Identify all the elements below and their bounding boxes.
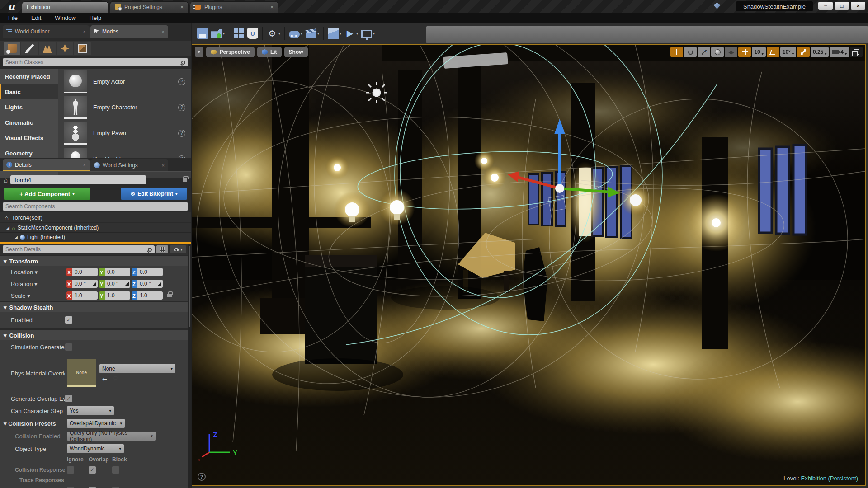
details-scrollbar[interactable] bbox=[188, 244, 191, 488]
grid-snap-button[interactable] bbox=[738, 47, 751, 57]
enabled-checkbox[interactable]: ✓ bbox=[65, 316, 72, 324]
move-tool-button[interactable] bbox=[670, 47, 683, 57]
viewport-options-button[interactable]: ▾ bbox=[195, 47, 203, 57]
place-item-empty-actor[interactable]: Empty Actor ? bbox=[58, 69, 191, 94]
phys-material-thumbnail[interactable]: None bbox=[67, 359, 96, 387]
asset-tab-exhibition[interactable]: Exhibition bbox=[22, 1, 108, 13]
tab-world-outliner[interactable]: World Outliner × bbox=[3, 25, 90, 38]
location-y-field[interactable]: 0.0 bbox=[105, 268, 130, 276]
view-options-button[interactable]: ▾ bbox=[170, 245, 186, 253]
menu-edit[interactable]: Edit bbox=[31, 14, 41, 21]
grid-snap-value-button[interactable]: 10▾ bbox=[752, 47, 765, 57]
level-viewport[interactable]: Z Y x ▾ Perspective Lit Show bbox=[192, 44, 866, 486]
responses-ignore-checkbox[interactable]: ✓ bbox=[67, 466, 74, 474]
actor-name-field[interactable]: Torch4 bbox=[10, 175, 146, 184]
tab-close-icon[interactable]: × bbox=[270, 4, 274, 10]
add-component-button[interactable]: + Add Component ▾ bbox=[4, 188, 90, 200]
scale-z-field[interactable]: 1.0 bbox=[137, 291, 163, 300]
build-button[interactable]: ▾ bbox=[327, 27, 342, 40]
category-visual-effects[interactable]: Visual Effects bbox=[0, 130, 58, 145]
tab-close-icon[interactable]: × bbox=[180, 4, 184, 10]
maximize-viewport-button[interactable] bbox=[850, 47, 863, 57]
category-basic[interactable]: Basic bbox=[0, 84, 58, 99]
close-button[interactable]: × bbox=[851, 2, 865, 10]
transform-header[interactable]: ▾ Transform bbox=[0, 256, 191, 266]
menu-help[interactable]: Help bbox=[90, 14, 102, 21]
asset-tab-project-settings[interactable]: Project Settings × bbox=[110, 1, 189, 13]
collision-presets-dropdown[interactable]: OverlapAllDynamic ▾ bbox=[67, 419, 125, 428]
camera-speed-button[interactable]: 4▾ bbox=[830, 47, 849, 57]
tab-world-settings[interactable]: World Settings × bbox=[90, 159, 168, 171]
expander-icon[interactable]: ◢ bbox=[14, 235, 18, 239]
place-item-empty-character[interactable]: Empty Character ? bbox=[58, 94, 191, 120]
tab-close-icon[interactable]: × bbox=[162, 29, 165, 34]
launch-button[interactable]: ▾ bbox=[360, 28, 376, 39]
responses-overlap-checkbox[interactable]: ✓ bbox=[89, 466, 96, 474]
tab-close-icon[interactable]: × bbox=[162, 163, 165, 168]
blueprints-button[interactable]: ▾ bbox=[288, 28, 303, 39]
tab-close-icon[interactable]: × bbox=[83, 162, 86, 168]
rotation-z-field[interactable]: 0.0 ° bbox=[137, 280, 163, 288]
rotation-snap-value-button[interactable]: 10°▾ bbox=[780, 47, 796, 57]
tab-details[interactable]: i Details × bbox=[3, 159, 90, 171]
property-matrix-button[interactable] bbox=[156, 245, 168, 253]
scale-snap-value-button[interactable]: 0.25▾ bbox=[811, 47, 829, 57]
help-icon[interactable]: ? bbox=[178, 130, 185, 137]
marketplace-button[interactable]: U bbox=[246, 27, 259, 40]
tab-close-icon[interactable]: × bbox=[83, 29, 86, 34]
rotation-x-field[interactable]: 0.0 ° bbox=[72, 280, 98, 288]
tree-row-light[interactable]: ◢ Light (Inherited) bbox=[0, 233, 191, 242]
menu-window[interactable]: Window bbox=[55, 14, 75, 21]
help-icon[interactable]: ? bbox=[178, 78, 185, 85]
location-z-field[interactable]: 0.0 bbox=[137, 268, 163, 276]
scale-x-field[interactable]: 1.0 bbox=[72, 291, 98, 300]
mode-foliage-button[interactable] bbox=[57, 42, 73, 55]
object-type-dropdown[interactable]: WorldDynamic ▾ bbox=[67, 444, 124, 453]
scale-snap-button[interactable] bbox=[797, 47, 810, 57]
view-mode-button[interactable]: Lit bbox=[257, 47, 282, 57]
edit-blueprint-button[interactable]: ⚙ Edit Blueprint ▾ bbox=[121, 188, 187, 200]
category-lights[interactable]: Lights bbox=[0, 99, 58, 115]
menu-file[interactable]: File bbox=[8, 14, 18, 21]
simulation-generates-hits-checkbox[interactable]: ✓ bbox=[65, 343, 72, 351]
mode-landscape-button[interactable] bbox=[39, 42, 56, 55]
collision-enabled-dropdown[interactable]: Query Only (No Physics Collision) ▾ bbox=[67, 432, 156, 441]
search-details-input[interactable]: Search Details bbox=[3, 245, 155, 253]
level-indicator[interactable]: Level: Exhibition (Persistent) bbox=[783, 475, 858, 482]
tab-modes[interactable]: Modes × bbox=[90, 25, 168, 38]
cinematics-button[interactable]: ▾ bbox=[305, 28, 320, 39]
collision-header[interactable]: ▾ Collision bbox=[0, 330, 191, 340]
category-recently-placed[interactable]: Recently Placed bbox=[0, 69, 58, 84]
rotation-y-field[interactable]: 0.0 ° bbox=[105, 280, 130, 288]
lock-icon[interactable] bbox=[183, 178, 187, 182]
mode-place-button[interactable] bbox=[4, 42, 20, 55]
search-components-input[interactable]: Search Components bbox=[3, 202, 188, 211]
settings-button[interactable]: ⚙▾ bbox=[266, 27, 281, 40]
maximize-button[interactable]: □ bbox=[835, 2, 849, 10]
generate-overlap-events-checkbox[interactable]: ✓ bbox=[65, 395, 72, 402]
rotate-tool-button[interactable] bbox=[684, 47, 697, 57]
can-character-step-up-dropdown[interactable]: Yes ▾ bbox=[67, 406, 114, 415]
viewport-help-button[interactable]: ? bbox=[198, 473, 206, 481]
search-classes-input[interactable]: Search Classes bbox=[3, 58, 188, 66]
rotation-snap-button[interactable] bbox=[767, 47, 779, 57]
help-icon[interactable]: ? bbox=[178, 104, 185, 111]
asset-tab-plugins[interactable]: Plugins × bbox=[190, 1, 278, 13]
scale-lock-icon[interactable] bbox=[167, 294, 172, 297]
source-control-button[interactable]: ▾ bbox=[210, 27, 226, 40]
shadow-stealth-header[interactable]: ▾ Shadow Stealth bbox=[0, 302, 191, 312]
responses-block-checkbox[interactable]: ✓ bbox=[112, 466, 119, 474]
surface-snap-button[interactable] bbox=[725, 47, 737, 57]
scale-y-field[interactable]: 1.0 bbox=[105, 291, 130, 300]
save-button[interactable] bbox=[196, 27, 209, 40]
minimize-button[interactable]: − bbox=[818, 2, 833, 10]
content-button[interactable] bbox=[232, 27, 245, 40]
component-root-row[interactable]: ⌂ Torch4(self) bbox=[0, 212, 191, 222]
world-local-button[interactable] bbox=[711, 47, 724, 57]
location-x-field[interactable]: 0.0 bbox=[72, 268, 98, 276]
expander-icon[interactable]: ◢ bbox=[6, 225, 9, 230]
browse-asset-icon[interactable] bbox=[113, 376, 118, 380]
mode-paint-button[interactable] bbox=[21, 42, 38, 55]
category-cinematic[interactable]: Cinematic bbox=[0, 115, 58, 130]
place-item-empty-pawn[interactable]: Empty Pawn ? bbox=[58, 120, 191, 146]
